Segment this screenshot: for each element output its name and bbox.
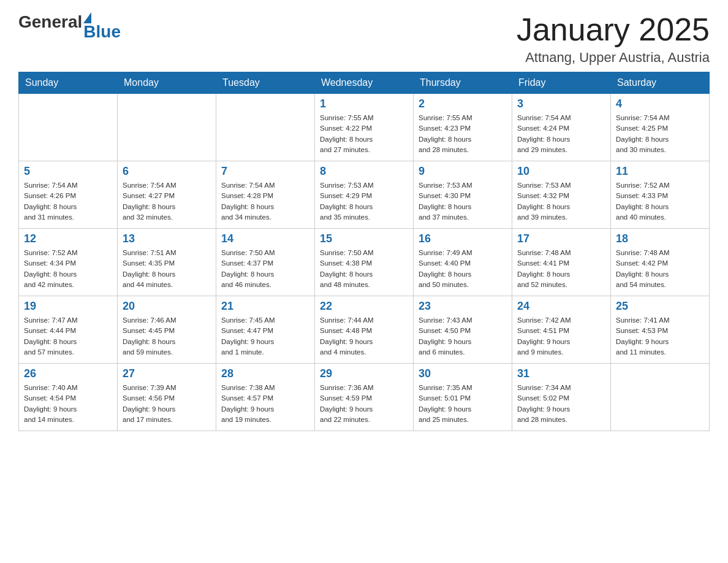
calendar-cell: 21Sunrise: 7:45 AM Sunset: 4:47 PM Dayli… xyxy=(216,296,315,364)
title-block: January 2025 Attnang, Upper Austria, Aus… xyxy=(517,12,710,66)
day-info: Sunrise: 7:55 AM Sunset: 4:22 PM Dayligh… xyxy=(320,113,408,155)
calendar-week-row: 19Sunrise: 7:47 AM Sunset: 4:44 PM Dayli… xyxy=(19,296,710,364)
day-number: 29 xyxy=(320,367,408,380)
calendar-cell: 24Sunrise: 7:42 AM Sunset: 4:51 PM Dayli… xyxy=(512,296,611,364)
calendar-cell: 5Sunrise: 7:54 AM Sunset: 4:26 PM Daylig… xyxy=(19,161,118,229)
calendar-cell: 30Sunrise: 7:35 AM Sunset: 5:01 PM Dayli… xyxy=(414,364,512,431)
calendar-cell: 29Sunrise: 7:36 AM Sunset: 4:59 PM Dayli… xyxy=(315,364,414,431)
calendar-week-row: 5Sunrise: 7:54 AM Sunset: 4:26 PM Daylig… xyxy=(19,161,710,229)
calendar-cell: 12Sunrise: 7:52 AM Sunset: 4:34 PM Dayli… xyxy=(19,229,118,296)
day-info: Sunrise: 7:40 AM Sunset: 4:54 PM Dayligh… xyxy=(24,383,112,425)
day-info: Sunrise: 7:53 AM Sunset: 4:30 PM Dayligh… xyxy=(419,180,507,223)
day-number: 22 xyxy=(320,300,408,313)
calendar-cell: 11Sunrise: 7:52 AM Sunset: 4:33 PM Dayli… xyxy=(611,161,710,229)
page-header: General Blue January 2025 Attnang, Upper… xyxy=(18,12,710,66)
day-number: 2 xyxy=(419,98,507,110)
calendar-cell xyxy=(611,364,710,431)
weekday-header-friday: Friday xyxy=(512,72,611,94)
weekday-header-sunday: Sunday xyxy=(19,72,118,94)
day-number: 28 xyxy=(221,367,309,380)
calendar-header: SundayMondayTuesdayWednesdayThursdayFrid… xyxy=(19,72,710,94)
calendar-cell: 3Sunrise: 7:54 AM Sunset: 4:24 PM Daylig… xyxy=(512,94,611,161)
day-number: 6 xyxy=(123,165,211,178)
calendar-cell: 28Sunrise: 7:38 AM Sunset: 4:57 PM Dayli… xyxy=(216,364,315,431)
day-number: 5 xyxy=(24,165,112,178)
calendar-table: SundayMondayTuesdayWednesdayThursdayFrid… xyxy=(18,72,710,431)
weekday-header-monday: Monday xyxy=(118,72,216,94)
calendar-body: 1Sunrise: 7:55 AM Sunset: 4:22 PM Daylig… xyxy=(19,94,710,431)
weekday-row: SundayMondayTuesdayWednesdayThursdayFrid… xyxy=(19,72,710,94)
calendar-cell: 4Sunrise: 7:54 AM Sunset: 4:25 PM Daylig… xyxy=(611,94,710,161)
day-info: Sunrise: 7:49 AM Sunset: 4:40 PM Dayligh… xyxy=(419,248,507,290)
day-info: Sunrise: 7:54 AM Sunset: 4:28 PM Dayligh… xyxy=(221,180,309,223)
day-info: Sunrise: 7:46 AM Sunset: 4:45 PM Dayligh… xyxy=(123,315,211,358)
day-info: Sunrise: 7:35 AM Sunset: 5:01 PM Dayligh… xyxy=(419,383,507,425)
logo: General Blue xyxy=(18,12,121,42)
day-info: Sunrise: 7:34 AM Sunset: 5:02 PM Dayligh… xyxy=(517,383,605,425)
logo-general-text: General xyxy=(18,12,82,32)
calendar-cell: 13Sunrise: 7:51 AM Sunset: 4:35 PM Dayli… xyxy=(118,229,216,296)
calendar-cell: 23Sunrise: 7:43 AM Sunset: 4:50 PM Dayli… xyxy=(414,296,512,364)
calendar-week-row: 1Sunrise: 7:55 AM Sunset: 4:22 PM Daylig… xyxy=(19,94,710,161)
calendar-week-row: 12Sunrise: 7:52 AM Sunset: 4:34 PM Dayli… xyxy=(19,229,710,296)
calendar-cell: 25Sunrise: 7:41 AM Sunset: 4:53 PM Dayli… xyxy=(611,296,710,364)
day-info: Sunrise: 7:52 AM Sunset: 4:34 PM Dayligh… xyxy=(24,248,112,290)
day-number: 7 xyxy=(221,165,309,178)
weekday-header-tuesday: Tuesday xyxy=(216,72,315,94)
calendar-cell: 6Sunrise: 7:54 AM Sunset: 4:27 PM Daylig… xyxy=(118,161,216,229)
weekday-header-wednesday: Wednesday xyxy=(315,72,414,94)
day-info: Sunrise: 7:53 AM Sunset: 4:32 PM Dayligh… xyxy=(517,180,605,223)
logo-blue-text: Blue xyxy=(83,22,121,42)
day-info: Sunrise: 7:47 AM Sunset: 4:44 PM Dayligh… xyxy=(24,315,112,358)
weekday-header-saturday: Saturday xyxy=(611,72,710,94)
day-number: 3 xyxy=(517,98,605,110)
calendar-cell: 15Sunrise: 7:50 AM Sunset: 4:38 PM Dayli… xyxy=(315,229,414,296)
calendar-cell: 22Sunrise: 7:44 AM Sunset: 4:48 PM Dayli… xyxy=(315,296,414,364)
day-info: Sunrise: 7:41 AM Sunset: 4:53 PM Dayligh… xyxy=(616,315,704,358)
day-number: 16 xyxy=(419,232,507,245)
day-number: 10 xyxy=(517,165,605,178)
day-info: Sunrise: 7:53 AM Sunset: 4:29 PM Dayligh… xyxy=(320,180,408,223)
day-number: 1 xyxy=(320,98,408,110)
day-number: 26 xyxy=(24,367,112,380)
calendar-cell xyxy=(216,94,315,161)
calendar-cell: 2Sunrise: 7:55 AM Sunset: 4:23 PM Daylig… xyxy=(414,94,512,161)
calendar-cell: 18Sunrise: 7:48 AM Sunset: 4:42 PM Dayli… xyxy=(611,229,710,296)
calendar-week-row: 26Sunrise: 7:40 AM Sunset: 4:54 PM Dayli… xyxy=(19,364,710,431)
day-info: Sunrise: 7:50 AM Sunset: 4:37 PM Dayligh… xyxy=(221,248,309,290)
day-number: 20 xyxy=(123,300,211,313)
day-info: Sunrise: 7:54 AM Sunset: 4:24 PM Dayligh… xyxy=(517,113,605,155)
day-number: 9 xyxy=(419,165,507,178)
page-title: January 2025 xyxy=(517,12,710,47)
calendar-cell: 31Sunrise: 7:34 AM Sunset: 5:02 PM Dayli… xyxy=(512,364,611,431)
day-info: Sunrise: 7:52 AM Sunset: 4:33 PM Dayligh… xyxy=(616,180,704,223)
day-info: Sunrise: 7:48 AM Sunset: 4:42 PM Dayligh… xyxy=(616,248,704,290)
day-info: Sunrise: 7:45 AM Sunset: 4:47 PM Dayligh… xyxy=(221,315,309,358)
day-number: 8 xyxy=(320,165,408,178)
day-number: 24 xyxy=(517,300,605,313)
day-info: Sunrise: 7:44 AM Sunset: 4:48 PM Dayligh… xyxy=(320,315,408,358)
day-info: Sunrise: 7:43 AM Sunset: 4:50 PM Dayligh… xyxy=(419,315,507,358)
day-number: 18 xyxy=(616,232,704,245)
calendar-cell xyxy=(19,94,118,161)
day-number: 17 xyxy=(517,232,605,245)
day-number: 11 xyxy=(616,165,704,178)
day-number: 12 xyxy=(24,232,112,245)
day-number: 21 xyxy=(221,300,309,313)
calendar-cell: 26Sunrise: 7:40 AM Sunset: 4:54 PM Dayli… xyxy=(19,364,118,431)
day-info: Sunrise: 7:54 AM Sunset: 4:27 PM Dayligh… xyxy=(123,180,211,223)
day-info: Sunrise: 7:48 AM Sunset: 4:41 PM Dayligh… xyxy=(517,248,605,290)
day-info: Sunrise: 7:54 AM Sunset: 4:26 PM Dayligh… xyxy=(24,180,112,223)
day-info: Sunrise: 7:51 AM Sunset: 4:35 PM Dayligh… xyxy=(123,248,211,290)
day-number: 13 xyxy=(123,232,211,245)
day-info: Sunrise: 7:36 AM Sunset: 4:59 PM Dayligh… xyxy=(320,383,408,425)
weekday-header-thursday: Thursday xyxy=(414,72,512,94)
day-number: 15 xyxy=(320,232,408,245)
calendar-cell: 14Sunrise: 7:50 AM Sunset: 4:37 PM Dayli… xyxy=(216,229,315,296)
calendar-cell: 9Sunrise: 7:53 AM Sunset: 4:30 PM Daylig… xyxy=(414,161,512,229)
calendar-cell xyxy=(118,94,216,161)
calendar-cell: 19Sunrise: 7:47 AM Sunset: 4:44 PM Dayli… xyxy=(19,296,118,364)
day-info: Sunrise: 7:42 AM Sunset: 4:51 PM Dayligh… xyxy=(517,315,605,358)
calendar-cell: 27Sunrise: 7:39 AM Sunset: 4:56 PM Dayli… xyxy=(118,364,216,431)
subtitle: Attnang, Upper Austria, Austria xyxy=(517,50,710,66)
